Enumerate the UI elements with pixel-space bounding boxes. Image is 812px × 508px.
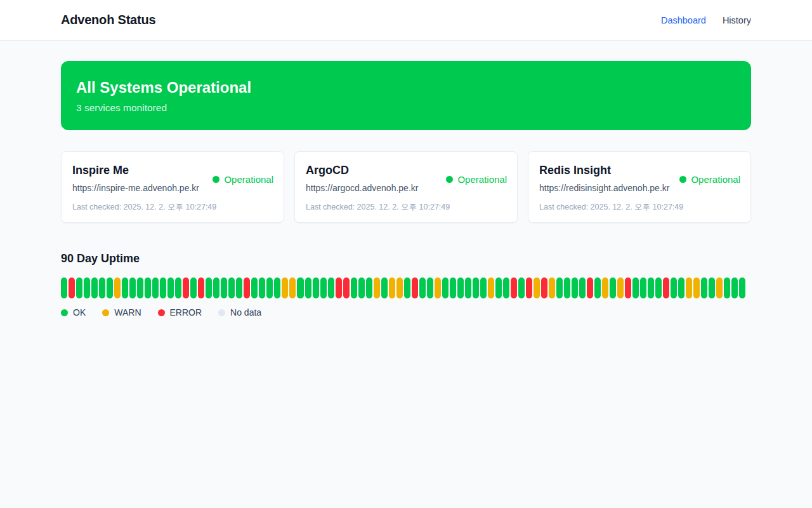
uptime-day-segment[interactable] [534, 277, 540, 298]
nav-history[interactable]: History [723, 15, 751, 25]
uptime-day-segment[interactable] [663, 277, 669, 298]
uptime-day-segment[interactable] [114, 277, 121, 298]
uptime-day-segment[interactable] [396, 277, 403, 298]
uptime-day-segment[interactable] [107, 277, 113, 298]
uptime-day-segment[interactable] [282, 277, 288, 298]
uptime-day-segment[interactable] [617, 277, 624, 298]
nav-dashboard[interactable]: Dashboard [661, 15, 706, 25]
uptime-day-segment[interactable] [266, 277, 273, 298]
uptime-day-segment[interactable] [731, 277, 738, 298]
uptime-day-segment[interactable] [602, 277, 608, 298]
uptime-day-segment[interactable] [587, 277, 593, 298]
uptime-day-segment[interactable] [686, 277, 692, 298]
service-cards: Inspire Me https://inspire-me.advenoh.pe… [61, 151, 751, 223]
uptime-day-segment[interactable] [594, 277, 601, 298]
uptime-day-segment[interactable] [91, 277, 98, 298]
top-header: Advenoh Status Dashboard History [0, 0, 812, 41]
uptime-day-segment[interactable] [381, 277, 388, 298]
uptime-day-segment[interactable] [190, 277, 197, 298]
uptime-day-segment[interactable] [488, 277, 494, 298]
uptime-day-segment[interactable] [678, 277, 684, 298]
uptime-day-segment[interactable] [541, 277, 547, 298]
uptime-day-segment[interactable] [450, 277, 456, 298]
uptime-day-segment[interactable] [236, 277, 242, 298]
uptime-day-segment[interactable] [442, 277, 449, 298]
uptime-day-segment[interactable] [511, 277, 517, 298]
legend-dot-icon [218, 309, 225, 316]
uptime-day-segment[interactable] [671, 277, 677, 298]
uptime-day-segment[interactable] [328, 277, 334, 298]
uptime-day-segment[interactable] [129, 277, 136, 298]
uptime-day-segment[interactable] [358, 277, 365, 298]
uptime-day-segment[interactable] [473, 277, 479, 298]
uptime-day-segment[interactable] [305, 277, 311, 298]
uptime-day-segment[interactable] [655, 277, 662, 298]
uptime-day-segment[interactable] [701, 277, 707, 298]
uptime-day-segment[interactable] [320, 277, 327, 298]
uptime-day-segment[interactable] [435, 277, 441, 298]
uptime-day-segment[interactable] [122, 277, 128, 298]
uptime-day-segment[interactable] [351, 277, 357, 298]
uptime-day-segment[interactable] [457, 277, 464, 298]
uptime-day-segment[interactable] [648, 277, 654, 298]
uptime-day-segment[interactable] [640, 277, 646, 298]
uptime-day-segment[interactable] [572, 277, 578, 298]
uptime-day-segment[interactable] [167, 277, 174, 298]
uptime-day-segment[interactable] [137, 277, 143, 298]
uptime-day-segment[interactable] [274, 277, 280, 298]
uptime-day-segment[interactable] [61, 277, 67, 298]
uptime-day-segment[interactable] [564, 277, 570, 298]
uptime-day-segment[interactable] [518, 277, 525, 298]
uptime-day-segment[interactable] [213, 277, 219, 298]
uptime-day-segment[interactable] [404, 277, 410, 298]
uptime-day-segment[interactable] [724, 277, 730, 298]
uptime-day-segment[interactable] [374, 277, 380, 298]
service-card: Inspire Me https://inspire-me.advenoh.pe… [61, 151, 284, 223]
uptime-day-segment[interactable] [183, 277, 189, 298]
uptime-day-segment[interactable] [716, 277, 723, 298]
uptime-day-segment[interactable] [313, 277, 319, 298]
uptime-day-segment[interactable] [336, 277, 342, 298]
uptime-day-segment[interactable] [289, 277, 296, 298]
uptime-day-segment[interactable] [145, 277, 151, 298]
uptime-day-segment[interactable] [632, 277, 639, 298]
uptime-day-segment[interactable] [412, 277, 418, 298]
uptime-day-segment[interactable] [366, 277, 372, 298]
uptime-day-segment[interactable] [503, 277, 509, 298]
uptime-day-segment[interactable] [228, 277, 235, 298]
uptime-day-segment[interactable] [251, 277, 258, 298]
uptime-day-segment[interactable] [198, 277, 204, 298]
uptime-day-segment[interactable] [625, 277, 631, 298]
uptime-day-segment[interactable] [739, 277, 745, 298]
uptime-day-segment[interactable] [99, 277, 105, 298]
uptime-day-segment[interactable] [693, 277, 700, 298]
uptime-day-segment[interactable] [221, 277, 227, 298]
uptime-day-segment[interactable] [175, 277, 181, 298]
uptime-day-segment[interactable] [709, 277, 715, 298]
uptime-day-segment[interactable] [549, 277, 555, 298]
uptime-day-segment[interactable] [206, 277, 212, 298]
uptime-day-segment[interactable] [427, 277, 433, 298]
uptime-day-segment[interactable] [76, 277, 82, 298]
uptime-day-segment[interactable] [480, 277, 487, 298]
uptime-day-segment[interactable] [556, 277, 563, 298]
uptime-day-segment[interactable] [84, 277, 90, 298]
uptime-day-segment[interactable] [579, 277, 586, 298]
uptime-day-segment[interactable] [389, 277, 395, 298]
legend-label: ERROR [170, 307, 202, 318]
uptime-day-segment[interactable] [610, 277, 616, 298]
uptime-day-segment[interactable] [343, 277, 350, 298]
status-dot-icon [679, 176, 686, 183]
uptime-bar [61, 277, 746, 298]
uptime-day-segment[interactable] [419, 277, 426, 298]
status-banner-subtitle: 3 services monitored [76, 102, 736, 114]
uptime-day-segment[interactable] [160, 277, 166, 298]
uptime-day-segment[interactable] [297, 277, 303, 298]
uptime-day-segment[interactable] [244, 277, 250, 298]
uptime-day-segment[interactable] [152, 277, 159, 298]
uptime-day-segment[interactable] [259, 277, 265, 298]
uptime-day-segment[interactable] [69, 277, 75, 298]
uptime-day-segment[interactable] [495, 277, 502, 298]
uptime-day-segment[interactable] [526, 277, 532, 298]
uptime-day-segment[interactable] [465, 277, 471, 298]
